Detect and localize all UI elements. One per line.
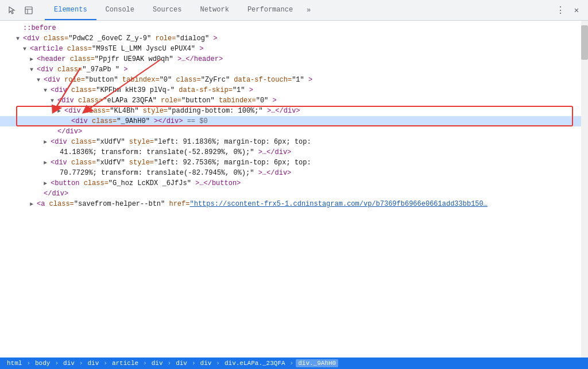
breadcrumb-elapda[interactable]: div.eLAPa._23QFA xyxy=(222,359,288,367)
expand-arrow-1 xyxy=(16,25,23,32)
breadcrumb-active[interactable]: div._9AhH0 xyxy=(296,359,338,367)
scrollbar[interactable] xyxy=(581,21,588,358)
dom-line-10[interactable]: <div class="_9AhH0" ></div> == $0 xyxy=(0,116,581,126)
dom-content: ::before ▼ <div class="PdwC2 _6oveC Z_y-… xyxy=(0,21,581,358)
expand-arrow-6[interactable]: ▼ xyxy=(37,77,44,83)
breadcrumb-article[interactable]: article xyxy=(110,359,141,367)
expand-arrow-15 xyxy=(37,191,44,197)
dom-text-13b: 70.7729%; transform: translate(-82.7945%… xyxy=(60,169,291,177)
expand-arrow-8[interactable]: ▼ xyxy=(51,98,57,104)
highlight-region: ► <div class="KL4Bh" style="padding-bott… xyxy=(0,106,581,126)
breadcrumb-sep-6: › xyxy=(168,360,172,367)
scrollbar-thumb[interactable] xyxy=(581,25,588,60)
breadcrumb-sep-9: › xyxy=(290,360,294,367)
header-actions: ⋮ ✕ xyxy=(554,3,583,17)
dom-line-16[interactable]: ► <a class="savefrom-helper--btn" href="… xyxy=(0,199,581,209)
expand-arrow-3[interactable]: ▼ xyxy=(23,46,30,52)
expand-arrow-7[interactable]: ▼ xyxy=(44,87,51,94)
dom-line-12[interactable]: ► <div class="xUdfV" style="left: 91.183… xyxy=(0,137,581,147)
breadcrumb-sep-1: › xyxy=(26,360,30,367)
dom-line-1[interactable]: ::before xyxy=(0,23,581,33)
breadcrumb-sep-4: › xyxy=(103,360,107,367)
breadcrumb-div-1[interactable]: div xyxy=(61,359,77,367)
expand-arrow-13[interactable]: ► xyxy=(44,160,51,166)
dom-line-13[interactable]: ► <div class="xUdfV" style="left: 92.753… xyxy=(0,157,581,168)
dom-panel: ::before ▼ <div class="PdwC2 _6oveC Z_y-… xyxy=(0,21,581,358)
breadcrumb-div-2[interactable]: div xyxy=(85,359,101,367)
dom-line-13b[interactable]: 70.7729%; transform: translate(-82.7945%… xyxy=(0,168,581,178)
tab-elements[interactable]: Elements xyxy=(45,0,96,20)
dom-text-12b: 41.1836%; transform: translate(-52.8929%… xyxy=(60,148,291,156)
dom-text-5: <div class="_97aPb " > xyxy=(37,66,127,74)
dom-line-11[interactable]: </div> xyxy=(0,126,581,137)
dom-text-6: <div role="button" tabindex="0" class="Z… xyxy=(44,76,312,84)
tab-bar: Elements Console Sources Network Perform… xyxy=(45,0,554,20)
dom-line-2[interactable]: ▼ <div class="PdwC2 _6oveC Z_y-9" role="… xyxy=(0,33,581,44)
dom-text-3: <article class="M9sTE L_LMM JyscU ePUX4"… xyxy=(30,45,203,53)
dom-line-6[interactable]: ▼ <div role="button" tabindex="0" class=… xyxy=(0,75,581,85)
expand-arrow-12b xyxy=(53,149,60,156)
breadcrumb-sep-5: › xyxy=(143,360,147,367)
devtools-menu-button[interactable]: ⋮ xyxy=(554,3,567,17)
expand-arrow-5[interactable]: ▼ xyxy=(30,67,37,73)
close-devtools-button[interactable]: ✕ xyxy=(570,3,583,17)
breadcrumb-sep-2: › xyxy=(55,360,59,367)
dom-line-3[interactable]: ▼ <article class="M9sTE L_LMM JyscU ePUX… xyxy=(0,44,581,54)
inspect-icon[interactable] xyxy=(22,3,36,17)
dom-line-14[interactable]: ► <button class="G_hoz LcKDX _6JfJs" >…<… xyxy=(0,178,581,189)
breadcrumb-sep-7: › xyxy=(192,360,196,367)
tab-performance[interactable]: Performance xyxy=(238,0,302,20)
breadcrumb-div-5[interactable]: div xyxy=(198,359,214,367)
dom-line-4[interactable]: ► <header class="Ppjfr UE9AK wd0qh" >…</… xyxy=(0,54,581,64)
breadcrumb-body[interactable]: body xyxy=(33,359,52,367)
dom-line-5[interactable]: ▼ <div class="_97aPb " > xyxy=(0,64,581,75)
expand-arrow-9[interactable]: ► xyxy=(57,108,64,114)
dom-text-16: <a class="savefrom-helper--btn" href="ht… xyxy=(37,200,488,208)
dom-text-13: <div class="xUdfV" style="left: 92.7536%… xyxy=(51,159,311,167)
dom-text-10: <div class="_9AhH0" ></div> == $0 xyxy=(71,117,208,125)
dom-line-9[interactable]: ► <div class="KL4Bh" style="padding-bott… xyxy=(0,106,581,116)
expand-arrow-14[interactable]: ► xyxy=(44,180,51,187)
dom-text-7: <div class="KPFhm kHt39 plVq-" data-sf-s… xyxy=(51,86,253,94)
expand-arrow-2[interactable]: ▼ xyxy=(16,36,23,42)
tab-sources[interactable]: Sources xyxy=(144,0,191,20)
breadcrumb-sep-8: › xyxy=(216,360,220,367)
dom-line-7[interactable]: ▼ <div class="KPFhm kHt39 plVq-" data-sf… xyxy=(0,85,581,95)
dom-text-12: <div class="xUdfV" style="left: 91.1836%… xyxy=(51,138,311,146)
breadcrumb-div-3[interactable]: div xyxy=(149,359,165,367)
main-area: ::before ▼ <div class="PdwC2 _6oveC Z_y-… xyxy=(0,21,588,358)
dom-text-15: </div> xyxy=(44,190,68,198)
dom-text-14: <button class="G_hoz LcKDX _6JfJs" >…</b… xyxy=(51,179,241,187)
devtools-icon-group xyxy=(5,3,36,17)
dom-text-8: <div class="eLAPa 23QFA" role="button" t… xyxy=(57,97,277,105)
dom-text-11: </div> xyxy=(57,128,82,136)
dom-line-15[interactable]: </div> xyxy=(0,189,581,199)
expand-arrow-13b xyxy=(53,170,60,176)
cursor-icon[interactable] xyxy=(5,3,18,17)
expand-arrow-11 xyxy=(51,129,57,135)
tab-network[interactable]: Network xyxy=(191,0,238,20)
dom-text-1: ::before xyxy=(23,24,56,32)
expand-arrow-16[interactable]: ► xyxy=(30,201,37,207)
dom-text-9: <div class="KL4Bh" style="padding-bottom… xyxy=(64,107,300,115)
more-tabs-button[interactable]: » xyxy=(302,0,315,20)
dom-line-12b[interactable]: 41.1836%; transform: translate(-52.8929%… xyxy=(0,147,581,157)
expand-arrow-12[interactable]: ► xyxy=(44,139,51,145)
tab-console[interactable]: Console xyxy=(96,0,144,20)
expand-arrow-4[interactable]: ► xyxy=(30,56,37,63)
breadcrumb-bar: html › body › div › div › article › div … xyxy=(0,358,588,369)
dom-text-4: <header class="Ppjfr UE9AK wd0qh" >…</he… xyxy=(37,55,223,63)
breadcrumb-div-4[interactable]: div xyxy=(173,359,189,367)
svg-rect-0 xyxy=(25,7,32,14)
breadcrumb-sep-3: › xyxy=(79,360,83,367)
dom-line-8[interactable]: ▼ <div class="eLAPa 23QFA" role="button"… xyxy=(0,95,581,106)
dom-text-2: <div class="PdwC2 _6oveC Z_y-9" role="di… xyxy=(23,34,218,43)
expand-arrow-10 xyxy=(64,118,71,125)
breadcrumb-html[interactable]: html xyxy=(5,359,24,367)
devtools-header: Elements Console Sources Network Perform… xyxy=(0,0,588,21)
